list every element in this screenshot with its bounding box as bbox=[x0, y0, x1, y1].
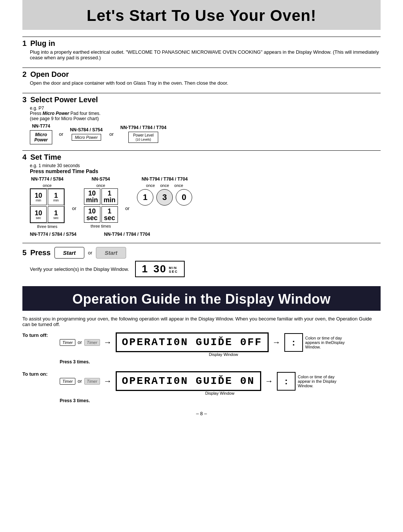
nn-t774-s784-label: NN-T774 / S784 bbox=[31, 176, 63, 182]
display-window-note-off: Display Window bbox=[93, 352, 354, 357]
model-nn-s784-s754: NN-S784 / S754 Micro Power bbox=[70, 127, 103, 141]
display-note-off: Display Window bbox=[60, 354, 354, 357]
arrow-off-2: → bbox=[272, 338, 281, 347]
nn-t774-s784-block: NN-T774 / S784 once 10 min 1 min 10 bbox=[30, 176, 65, 229]
dw-30: 30 bbox=[153, 264, 166, 274]
start-button-gray[interactable]: Start bbox=[96, 247, 126, 259]
set-time-body: e.g. 1 minute 30 seconds Press numbered … bbox=[22, 163, 381, 239]
dw-num: 1 bbox=[142, 264, 149, 274]
page-number: – 8 – bbox=[22, 411, 381, 416]
section-3-title: Select Power Level bbox=[30, 96, 98, 104]
section-1-title: Plug in bbox=[30, 39, 55, 48]
verify-row: Verify your selection(s) in the Display … bbox=[30, 261, 381, 277]
display-window-note-on: Display Window bbox=[93, 391, 346, 395]
turn-off-label: To turn off: bbox=[22, 332, 48, 338]
s754-1sec: 1 sec bbox=[101, 206, 118, 223]
eg-label: e.g. P7 bbox=[30, 106, 44, 111]
t794-once-1: once bbox=[146, 183, 155, 188]
pad-10min: 10 min bbox=[30, 189, 47, 205]
op-guide-intro: To assist you in programming your oven, … bbox=[22, 316, 381, 327]
section-plug-in: 1 Plug in Plug into a properly earthed e… bbox=[22, 37, 381, 64]
section-press: 5 Press Start or Start Verify your selec… bbox=[22, 243, 381, 279]
or-off: or bbox=[78, 339, 82, 345]
display-note-on: Display Window bbox=[60, 392, 346, 395]
section-4-title: Set Time bbox=[30, 153, 61, 162]
colon-note-on: Colon or time of day appear in the Displ… bbox=[298, 375, 346, 388]
nn-t794-label2: NN-T794 / T784 / T704 bbox=[141, 176, 187, 182]
model-nn-t774: NN-T774 MicroPower bbox=[30, 123, 52, 144]
nn-t774-button: MicroPower bbox=[30, 130, 52, 144]
timer-button-off-2[interactable]: Timer bbox=[84, 339, 100, 346]
nn-t774-label: NN-T774 bbox=[32, 123, 50, 129]
nn-t794-button: Power Level(10 Levels) bbox=[128, 132, 158, 143]
timer-button-off-1[interactable]: Timer bbox=[60, 339, 75, 346]
dw-space bbox=[149, 264, 153, 274]
arrow-on: → bbox=[104, 376, 112, 386]
once-col-t774: once 10 min 1 min 10 sec bbox=[30, 183, 65, 229]
press-verify: Verify your selection(s) in the Display … bbox=[22, 261, 381, 279]
op-guide-title: Operation Guide in the Display Window bbox=[22, 286, 381, 311]
arrow-on-2: → bbox=[265, 376, 273, 386]
t794-pad-1: 1 bbox=[137, 189, 153, 206]
colon-box-off: : bbox=[284, 333, 303, 352]
pad-10sec: 10 sec bbox=[30, 206, 47, 223]
section-5-title: Press bbox=[30, 248, 51, 257]
t794-once-3: once bbox=[174, 183, 183, 188]
pad-grid-t774: 10 min 1 min 10 sec 1 se bbox=[30, 188, 65, 223]
display-window: 1 30 MIN SEC bbox=[135, 261, 185, 277]
section-open-door: 2 Open Door Open the door and place cont… bbox=[22, 68, 381, 89]
sub-label-row: NN-T774 / S784 / S754 NN-T794 / T784 / T… bbox=[30, 232, 381, 237]
dw-min-label: MIN bbox=[169, 266, 178, 270]
turn-on-row: To turn on: Timer or Timer → OPERATI0N G… bbox=[22, 371, 381, 403]
section-1-body: Plug into a properly earthed electrical … bbox=[30, 49, 381, 60]
section-select-power: 3 Select Power Level e.g. P7 Press Micro… bbox=[22, 93, 381, 147]
verify-text: Verify your selection(s) in the Display … bbox=[30, 266, 129, 272]
once-label-t774: once bbox=[43, 183, 52, 188]
section-2-num: 2 bbox=[22, 70, 26, 79]
or-2: or bbox=[109, 131, 114, 137]
nn-s754-label: NN-S754 bbox=[91, 176, 110, 182]
s754-pads-col: once 10 min 1 min 10 bbox=[84, 183, 118, 228]
turn-on-controls: Timer or Timer → OPERATI0N GUIĎE 0N → : … bbox=[60, 371, 346, 403]
s754-row2: 10 sec 1 sec bbox=[84, 206, 118, 223]
s754-10min: 10 min bbox=[84, 188, 100, 205]
pad-1min: 1 min bbox=[48, 189, 64, 205]
press3-off: Press 3 times. bbox=[60, 359, 354, 364]
start-button-white[interactable]: Start bbox=[54, 247, 84, 259]
s754-row1: 10 min 1 min bbox=[84, 188, 118, 205]
t794-once-row: once once once bbox=[146, 183, 183, 188]
eg-see-page: (see page 9 for Micro Power chart) bbox=[30, 116, 99, 121]
three-times-t774: three times bbox=[37, 224, 57, 229]
turn-on-label-col: To turn on: bbox=[22, 371, 56, 377]
turn-on-label: To turn on: bbox=[22, 371, 48, 377]
sub-label-t794: NN-T794 / T784 / T704 bbox=[104, 232, 150, 237]
set-time-eg: e.g. 1 minute 30 seconds bbox=[30, 163, 381, 168]
nn-t794-block: NN-T794 / T784 / T704 once once once 1 3… bbox=[137, 176, 192, 206]
dw-sec-label: SEC bbox=[169, 270, 178, 273]
nn-s784-s754-label: NN-S784 / S754 bbox=[70, 127, 103, 132]
dw-labels: MIN SEC bbox=[169, 266, 178, 273]
sub-label-t774-s784-s754: NN-T774 / S784 / S754 bbox=[30, 232, 76, 237]
timer-button-on-1[interactable]: Timer bbox=[60, 378, 75, 385]
press-numbered-pads: Press numbered Time Pads bbox=[30, 168, 381, 174]
colon-note-off: Colon or time of day appears in theDispl… bbox=[305, 336, 354, 349]
lcd-display-on: OPERATI0N GUIĎE 0N bbox=[116, 371, 261, 391]
or-3: or bbox=[72, 206, 76, 211]
s754-1min: 1 min bbox=[101, 188, 118, 205]
nn-s784-s754-button: Micro Power bbox=[72, 134, 101, 141]
or-4: or bbox=[125, 206, 130, 211]
arrow-off: → bbox=[104, 338, 112, 347]
micro-power-label: Micro Power bbox=[43, 111, 69, 116]
eg-text: e.g. P7 Press Micro Power Pad four times… bbox=[30, 106, 381, 121]
or-5: or bbox=[88, 250, 93, 256]
turn-off-buttons: Timer or Timer → OPERATI0N GUIĎE 0FF → :… bbox=[60, 332, 354, 352]
section-2-title: Open Door bbox=[30, 70, 69, 79]
pad-1sec: 1 sec bbox=[48, 206, 64, 223]
timer-button-on-2[interactable]: Timer bbox=[84, 378, 100, 385]
turn-on-buttons: Timer or Timer → OPERATI0N GUIĎE 0N → : … bbox=[60, 371, 346, 391]
t794-pads-row: 1 3 0 bbox=[137, 189, 192, 206]
main-title: Let's Start To Use Your Oven! bbox=[22, 0, 381, 30]
colon-box-on: : bbox=[277, 372, 296, 391]
power-level-row: NN-T774 MicroPower or NN-S784 / S754 Mic… bbox=[30, 123, 381, 144]
or-1: or bbox=[59, 131, 63, 137]
